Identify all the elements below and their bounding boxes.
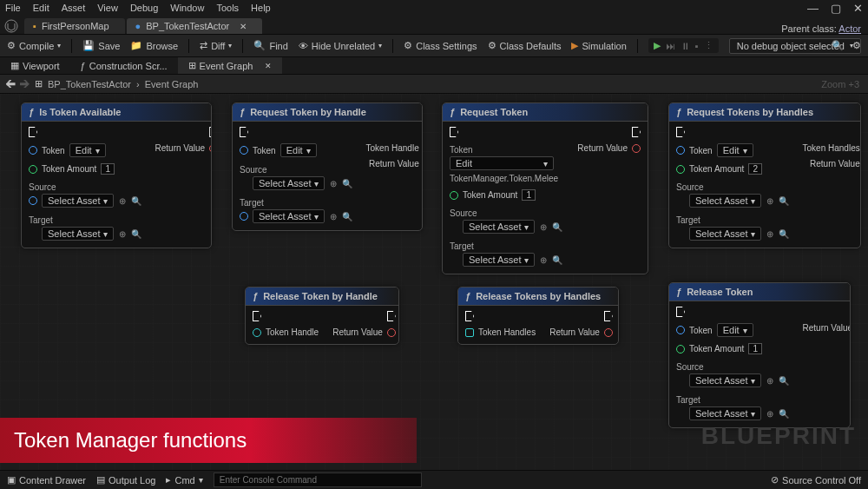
step-icon[interactable]: ⏭ <box>666 41 675 51</box>
amount-input[interactable]: 1 <box>522 189 536 201</box>
use-icon[interactable]: ⊕ <box>538 254 549 265</box>
token-tag-select[interactable]: Edit▾ <box>450 156 554 170</box>
browse-icon[interactable]: 🔍 <box>779 375 789 386</box>
browse-button[interactable]: 📁Browse <box>130 40 178 51</box>
source-asset-select[interactable]: Select Asset▾ <box>42 194 114 208</box>
pin-token-amount[interactable]: Token Amount1 <box>450 189 562 201</box>
pin-token[interactable]: TokenEdit▾ <box>676 323 789 337</box>
minimize-icon[interactable]: — <box>807 2 819 15</box>
pin-token-amount[interactable]: Token Amount2 <box>676 163 789 175</box>
menu-view[interactable]: View <box>97 3 118 13</box>
pin-source[interactable]: Select Asset▾⊕🔍 <box>240 176 352 190</box>
amount-input[interactable]: 1 <box>101 163 115 175</box>
token-edit-dropdown[interactable]: Edit▾ <box>280 143 317 157</box>
pin-target[interactable]: Select Asset▾⊕🔍 <box>240 209 352 223</box>
pin-token[interactable]: TokenEdit▾ <box>676 143 789 157</box>
diff-button[interactable]: ⇄Diff▾ <box>200 40 232 51</box>
browse-icon[interactable]: 🔍 <box>342 211 352 221</box>
pin-source[interactable]: Select Asset▾⊕🔍 <box>450 220 562 234</box>
pin-source[interactable]: Select Asset▾⊕🔍 <box>676 194 789 208</box>
tab-bp-tokentest[interactable]: ● BP_TokenTestActor ✕ <box>127 18 263 34</box>
content-drawer-button[interactable]: ▣Content Drawer <box>7 474 86 486</box>
pin-return-value[interactable]: Return Value <box>332 327 396 337</box>
target-asset-select[interactable]: Select Asset▾ <box>42 227 114 241</box>
breadcrumb-root[interactable]: BP_TokenTestActor <box>48 79 131 89</box>
pin-exec-out[interactable] <box>632 127 641 137</box>
breadcrumb-leaf[interactable]: Event Graph <box>145 79 199 89</box>
pin-token[interactable]: TokenEdit▾ <box>29 143 141 157</box>
tab-firstpersonmap[interactable]: ▪ FirstPersonMap <box>24 18 125 34</box>
use-icon[interactable]: ⊕ <box>765 195 775 206</box>
target-asset-select[interactable]: Select Asset▾ <box>689 406 761 420</box>
pin-exec-in[interactable] <box>29 127 141 137</box>
tab-close-icon[interactable]: ✕ <box>265 62 272 70</box>
class-defaults-button[interactable]: ⚙Class Defaults <box>488 40 562 51</box>
menu-debug[interactable]: Debug <box>130 3 158 13</box>
pin-return-value[interactable]: Return Value <box>155 143 212 153</box>
menu-help[interactable]: Help <box>251 3 271 13</box>
tab-construction[interactable]: ƒConstruction Scr... <box>70 58 178 74</box>
target-asset-select[interactable]: Select Asset▾ <box>463 253 535 267</box>
source-control-button[interactable]: Source Control Off <box>782 475 861 486</box>
use-icon[interactable]: ⊕ <box>117 195 128 206</box>
pin-return-value[interactable]: Return Value <box>369 159 423 169</box>
pin-target[interactable]: Select Asset▾⊕🔍 <box>676 227 789 241</box>
find-button[interactable]: 🔍Find <box>253 40 287 51</box>
pin-source[interactable]: Select Asset▾⊕🔍 <box>29 194 141 208</box>
browse-icon[interactable]: 🔍 <box>779 408 789 419</box>
pin-exec-in[interactable] <box>450 127 562 137</box>
target-asset-select[interactable]: Select Asset▾ <box>689 227 761 241</box>
browse-icon[interactable]: 🔍 <box>779 195 789 206</box>
menu-edit[interactable]: Edit <box>33 3 49 13</box>
node-request-tokens-by-handles[interactable]: ƒRequest Tokens by Handles TokenEdit▾ To… <box>668 102 861 248</box>
pin-token-handles[interactable]: Token Handles <box>803 143 861 153</box>
source-asset-select[interactable]: Select Asset▾ <box>689 194 761 208</box>
pin-exec-out[interactable] <box>604 311 613 321</box>
console-input[interactable] <box>214 472 422 487</box>
node-release-tokens-by-handles[interactable]: ƒRelease Tokens by Handles Token Handles… <box>457 287 619 345</box>
tab-event-graph[interactable]: ⊞Event Graph✕ <box>178 57 283 74</box>
cmd-button[interactable]: ▸Cmd▾ <box>166 474 202 486</box>
menu-window[interactable]: Window <box>170 3 204 13</box>
close-icon[interactable]: ✕ <box>853 2 863 15</box>
simulation-button[interactable]: ▶Simulation <box>571 40 626 51</box>
pin-exec-in[interactable] <box>240 127 352 137</box>
tab-viewport[interactable]: ▦Viewport <box>0 57 70 74</box>
pin-token-handle[interactable]: Token Handle <box>366 143 423 153</box>
use-icon[interactable]: ⊕ <box>328 178 339 188</box>
browse-icon[interactable]: 🔍 <box>552 221 562 232</box>
use-icon[interactable]: ⊕ <box>765 228 775 239</box>
pin-target[interactable]: Select Asset▾⊕🔍 <box>29 227 141 241</box>
use-icon[interactable]: ⊕ <box>765 375 775 386</box>
amount-input[interactable]: 2 <box>748 163 762 175</box>
pin-return-value[interactable]: Return Value <box>549 327 613 337</box>
browse-icon[interactable]: 🔍 <box>131 228 141 239</box>
pin-source[interactable]: Select Asset▾⊕🔍 <box>676 373 789 387</box>
menu-file[interactable]: File <box>5 3 21 13</box>
menu-asset[interactable]: Asset <box>62 3 86 13</box>
settings-icon[interactable]: ⚙ <box>852 40 861 51</box>
pin-target[interactable]: Select Asset▾⊕🔍 <box>676 406 789 420</box>
pin-return-value[interactable]: Return Value <box>577 143 641 153</box>
menu-tools[interactable]: Tools <box>216 3 239 13</box>
node-is-token-available[interactable]: ƒIs Token Available TokenEdit▾ Token Amo… <box>21 102 212 248</box>
nav-back-icon[interactable]: 🡰 <box>5 78 16 90</box>
pin-return-value[interactable]: Return Value <box>803 323 851 333</box>
token-edit-dropdown[interactable]: Edit▾ <box>717 143 753 157</box>
node-release-token-by-handle[interactable]: ƒRelease Token by Handle Token Handle Re… <box>245 287 399 345</box>
use-icon[interactable]: ⊕ <box>328 211 339 221</box>
pin-exec-out[interactable] <box>387 311 396 321</box>
pin-token-amount[interactable]: Token Amount1 <box>676 343 789 354</box>
source-asset-select[interactable]: Select Asset▾ <box>253 176 325 190</box>
pin-exec-in[interactable] <box>676 127 789 137</box>
pin-exec-out[interactable] <box>209 127 212 137</box>
maximize-icon[interactable]: ▢ <box>831 2 841 15</box>
use-icon[interactable]: ⊕ <box>117 228 128 239</box>
pin-token[interactable]: TokenEdit▾ <box>240 143 352 157</box>
pin-return-value[interactable]: Return Value <box>810 159 861 169</box>
pin-exec-in[interactable] <box>253 311 319 321</box>
play-icon[interactable]: ▶ <box>654 40 661 51</box>
nav-fwd-icon[interactable]: 🡲 <box>19 78 30 90</box>
source-asset-select[interactable]: Select Asset▾ <box>463 220 535 234</box>
compile-button[interactable]: ⚙Compile▾ <box>7 40 61 51</box>
